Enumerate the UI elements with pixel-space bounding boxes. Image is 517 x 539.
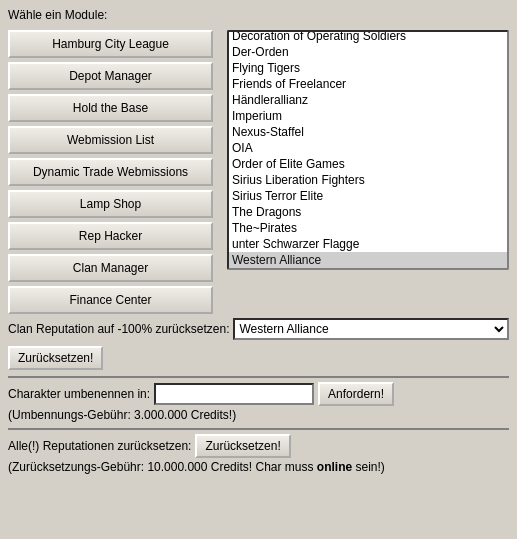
clan-dropdown[interactable]: >Fun2gether<Allianz unabhängiger WeltenD…	[233, 318, 509, 340]
page-title: Wähle ein Module:	[8, 8, 509, 22]
webmission-list-button[interactable]: Webmission List	[8, 126, 213, 154]
all-rep-label: Alle(!) Reputationen zurücksetzen:	[8, 439, 191, 453]
all-rep-reset-button[interactable]: Zurücksetzen!	[195, 434, 290, 458]
rename-label: Charakter umbenennen in:	[8, 387, 150, 401]
all-rep-fee-text: (Zurücksetzungs-Gebühr: 10.000.000 Credi…	[8, 460, 509, 474]
reset-rep-button-row: Zurücksetzen!	[8, 346, 509, 370]
hamburg-city-league-button[interactable]: Hamburg City League	[8, 30, 213, 58]
rename-button[interactable]: Anfordern!	[318, 382, 394, 406]
finance-center-button[interactable]: Finance Center	[8, 286, 213, 314]
lamp-shop-button[interactable]: Lamp Shop	[8, 190, 213, 218]
all-reputations-row: Alle(!) Reputationen zurücksetzen: Zurüc…	[8, 434, 509, 458]
rename-input[interactable]	[154, 383, 314, 405]
dynamic-trade-button[interactable]: Dynamic Trade Webmissions	[8, 158, 213, 186]
divider	[8, 376, 509, 378]
reset-reputation-button[interactable]: Zurücksetzen!	[8, 346, 103, 370]
right-panel: >Fun2gether<Allianz unabhängiger WeltenD…	[227, 30, 509, 314]
bottom-section: Clan Reputation auf -100% zurücksetzen: …	[8, 318, 509, 474]
clan-dropdown-container: >Fun2gether<Allianz unabhängiger WeltenD…	[233, 318, 509, 340]
rename-fee-text: (Umbennungs-Gebühr: 3.000.000 Credits!)	[8, 408, 509, 422]
depot-manager-button[interactable]: Depot Manager	[8, 62, 213, 90]
divider2	[8, 428, 509, 430]
clan-manager-button[interactable]: Clan Manager	[8, 254, 213, 282]
left-panel: Hamburg City LeagueDepot ManagerHold the…	[8, 30, 223, 314]
reset-reputation-label: Clan Reputation auf -100% zurücksetzen:	[8, 322, 229, 336]
hold-the-base-button[interactable]: Hold the Base	[8, 94, 213, 122]
rep-hacker-button[interactable]: Rep Hacker	[8, 222, 213, 250]
clan-list[interactable]: >Fun2gether<Allianz unabhängiger WeltenD…	[227, 30, 509, 270]
rename-character-row: Charakter umbenennen in: Anfordern!	[8, 382, 509, 406]
reset-reputation-row: Clan Reputation auf -100% zurücksetzen: …	[8, 318, 509, 340]
